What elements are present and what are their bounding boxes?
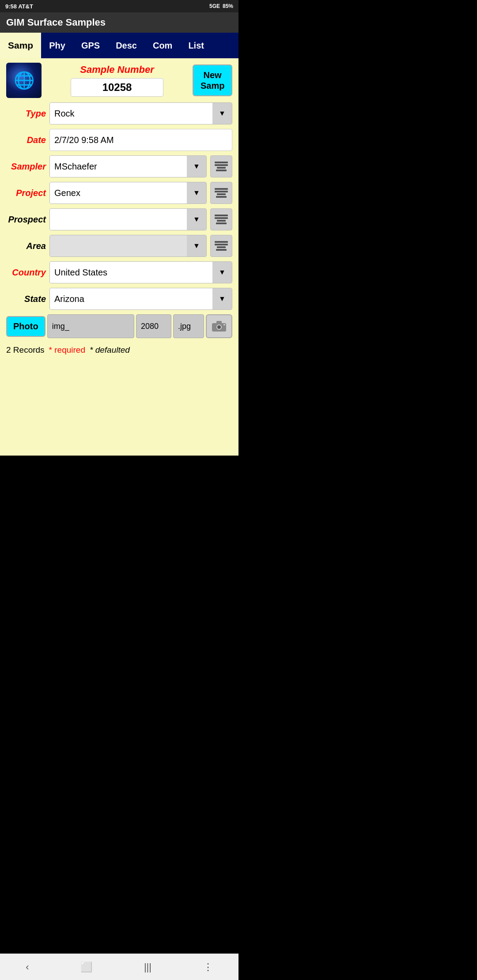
tab-com[interactable]: Com xyxy=(145,33,180,58)
photo-img-prefix: img_ xyxy=(47,314,134,338)
state-dropdown-arrow[interactable]: ▼ xyxy=(212,288,232,309)
country-value: United States xyxy=(50,262,212,283)
text-line-4 xyxy=(216,222,227,224)
svg-rect-4 xyxy=(223,324,225,325)
tab-samp[interactable]: Samp xyxy=(0,33,41,58)
project-label: Project xyxy=(6,188,46,198)
type-dropdown-arrow[interactable]: ▼ xyxy=(212,103,232,124)
date-label: Date xyxy=(6,135,46,145)
prospect-row: Prospect ▼ xyxy=(6,208,232,230)
project-value: Genex xyxy=(50,182,187,204)
sample-center: Sample Number xyxy=(47,64,187,97)
tab-desc[interactable]: Desc xyxy=(108,33,145,58)
battery-indicator: 85% xyxy=(223,3,233,9)
area-label: Area xyxy=(6,241,46,251)
project-dropdown-arrow[interactable]: ▼ xyxy=(187,182,206,204)
text-line-1 xyxy=(215,162,228,163)
state-value: Arizona xyxy=(50,288,212,309)
required-label: * required xyxy=(49,345,85,355)
status-time: 9:58 AT&T xyxy=(5,3,33,10)
camera-button[interactable] xyxy=(206,314,232,338)
text-line-4 xyxy=(216,249,227,251)
text-line-3 xyxy=(217,246,226,248)
sample-number-row: 🌐 Sample Number NewSamp xyxy=(6,63,232,98)
area-row: Area ▼ xyxy=(6,235,232,257)
prospect-notes-button[interactable] xyxy=(210,208,232,230)
sampler-dropdown-arrow[interactable]: ▼ xyxy=(187,156,206,177)
title-bar: GIM Surface Samples xyxy=(0,12,238,33)
country-row: Country United States ▼ xyxy=(6,261,232,283)
prospect-value xyxy=(50,209,187,230)
text-line-2 xyxy=(215,191,228,192)
date-row: Date xyxy=(6,129,232,151)
photo-img-ext: .jpg xyxy=(173,314,204,338)
text-line-4 xyxy=(216,196,227,198)
sampler-dropdown[interactable]: MSchaefer ▼ xyxy=(49,155,207,177)
tab-list[interactable]: List xyxy=(180,33,212,58)
project-row: Project Genex ▼ xyxy=(6,182,232,204)
state-dropdown[interactable]: Arizona ▼ xyxy=(49,288,232,310)
main-content: 🌐 Sample Number NewSamp Type Rock ▼ Date… xyxy=(0,58,238,456)
records-count: 2 Records xyxy=(6,345,45,355)
text-line-2 xyxy=(215,217,228,219)
type-label: Type xyxy=(6,109,46,119)
text-line-4 xyxy=(216,170,227,171)
signal-icon: 5GE xyxy=(209,3,220,9)
type-row: Type Rock ▼ xyxy=(6,102,232,124)
text-line-1 xyxy=(215,188,228,190)
new-samp-button[interactable]: NewSamp xyxy=(193,64,232,96)
state-row: State Arizona ▼ xyxy=(6,288,232,310)
defaulted-label: * defaulted xyxy=(90,345,130,355)
text-line-3 xyxy=(217,220,226,222)
app-title: GIM Surface Samples xyxy=(6,17,106,28)
svg-point-2 xyxy=(217,325,221,329)
state-label: State xyxy=(6,294,46,304)
text-line-3 xyxy=(217,167,226,169)
globe-icon: 🌐 xyxy=(6,63,42,98)
svg-rect-3 xyxy=(216,321,222,324)
date-input[interactable] xyxy=(49,129,232,151)
sampler-row: Sampler MSchaefer ▼ xyxy=(6,155,232,177)
country-dropdown-arrow[interactable]: ▼ xyxy=(212,262,232,283)
text-line-3 xyxy=(217,193,226,195)
photo-img-number: 2080 xyxy=(136,314,171,338)
country-label: Country xyxy=(6,268,46,278)
area-value xyxy=(50,235,187,256)
country-dropdown[interactable]: United States ▼ xyxy=(49,261,232,283)
area-dropdown[interactable]: ▼ xyxy=(49,235,207,257)
tab-phy[interactable]: Phy xyxy=(41,33,73,58)
text-line-1 xyxy=(215,215,228,216)
prospect-dropdown-arrow[interactable]: ▼ xyxy=(187,209,206,230)
tab-bar: Samp Phy GPS Desc Com List xyxy=(0,33,238,58)
photo-button[interactable]: Photo xyxy=(6,316,45,337)
area-notes-button[interactable] xyxy=(210,235,232,257)
sample-number-input[interactable] xyxy=(71,78,163,97)
area-dropdown-arrow[interactable]: ▼ xyxy=(187,235,206,256)
type-value: Rock xyxy=(50,103,212,124)
text-line-2 xyxy=(215,244,228,245)
sampler-value: MSchaefer xyxy=(50,156,187,177)
sample-number-label: Sample Number xyxy=(80,64,154,75)
text-line-2 xyxy=(215,164,228,166)
photo-row: Photo img_ 2080 .jpg xyxy=(6,314,232,338)
tab-gps[interactable]: GPS xyxy=(73,33,108,58)
project-notes-button[interactable] xyxy=(210,182,232,204)
prospect-label: Prospect xyxy=(6,215,46,225)
type-dropdown[interactable]: Rock ▼ xyxy=(49,102,232,124)
sampler-label: Sampler xyxy=(6,162,46,172)
text-line-1 xyxy=(215,241,228,243)
sampler-notes-button[interactable] xyxy=(210,155,232,177)
footer-status: 2 Records * required * defaulted xyxy=(6,345,232,355)
status-bar: 9:58 AT&T 5GE 85% xyxy=(0,0,238,12)
project-dropdown[interactable]: Genex ▼ xyxy=(49,182,207,204)
status-right: 5GE 85% xyxy=(209,3,233,9)
prospect-dropdown[interactable]: ▼ xyxy=(49,208,207,230)
